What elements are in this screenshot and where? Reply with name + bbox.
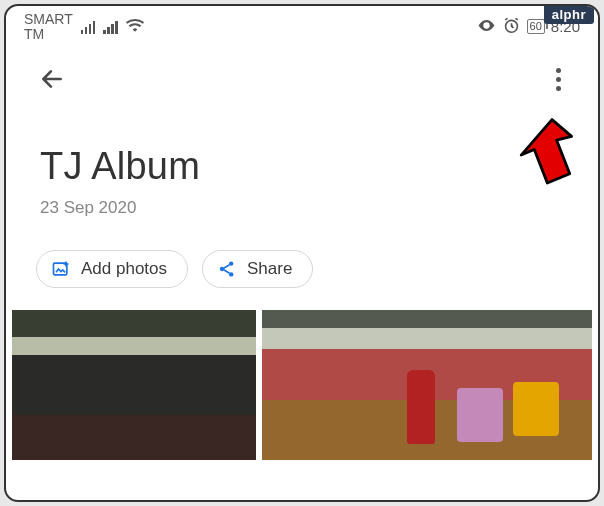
- add-photos-label: Add photos: [81, 259, 167, 279]
- watermark-badge: alphr: [544, 6, 594, 24]
- share-label: Share: [247, 259, 292, 279]
- eye-icon: [477, 16, 496, 38]
- svg-rect-2: [54, 264, 67, 276]
- photo-thumbnail[interactable]: [262, 310, 592, 460]
- action-row: Add photos Share: [6, 232, 598, 310]
- battery-percent: 60: [530, 20, 542, 33]
- album-header: TJ Album 23 Sep 2020: [6, 105, 598, 232]
- svg-point-0: [484, 24, 487, 27]
- carrier-line-2: TM: [24, 27, 73, 42]
- more-vert-icon: [556, 68, 561, 73]
- album-title: TJ Album: [40, 145, 564, 188]
- cellular-signal-icon: [81, 20, 96, 34]
- battery-icon: 60: [527, 19, 545, 34]
- share-icon: [217, 259, 237, 279]
- more-options-button[interactable]: [540, 61, 576, 97]
- device-frame: alphr SMART TM 60 8:20: [4, 4, 600, 502]
- photo-thumbnail[interactable]: [12, 310, 256, 460]
- share-button[interactable]: Share: [202, 250, 313, 288]
- wifi-icon: [126, 18, 144, 35]
- alarm-icon: [502, 16, 521, 38]
- carrier-label: SMART TM: [24, 12, 73, 41]
- status-bar: SMART TM 60 8:20: [6, 6, 598, 43]
- album-date: 23 Sep 2020: [40, 198, 564, 218]
- carrier-line-1: SMART: [24, 12, 73, 27]
- add-photo-icon: [51, 259, 71, 279]
- back-button[interactable]: [34, 61, 70, 97]
- app-bar: [6, 43, 598, 105]
- back-arrow-icon: [39, 66, 65, 92]
- cellular-signal-icon: [103, 20, 118, 34]
- photo-grid: [6, 310, 598, 460]
- add-photos-button[interactable]: Add photos: [36, 250, 188, 288]
